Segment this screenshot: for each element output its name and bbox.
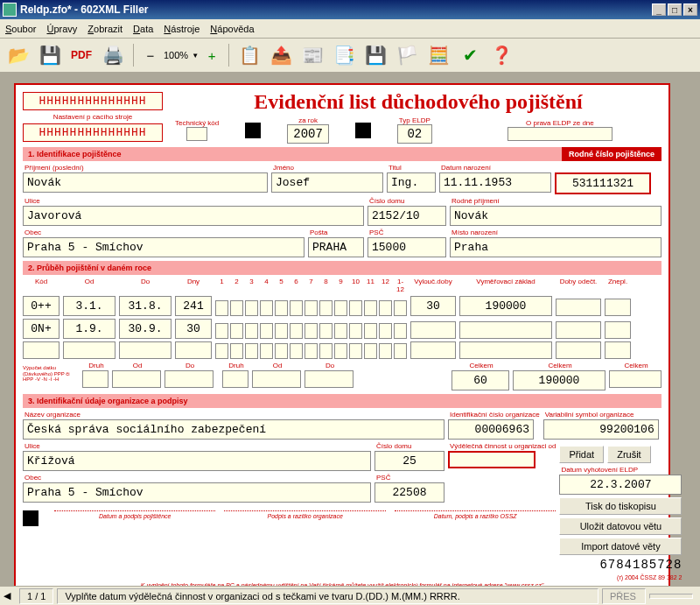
validate-icon[interactable]: 📋 bbox=[236, 42, 262, 68]
form-icon[interactable]: 📰 bbox=[299, 42, 326, 68]
rok-input[interactable]: 2007 bbox=[287, 124, 329, 144]
open-icon[interactable]: 📂 bbox=[5, 42, 32, 68]
ulice-input[interactable]: Javorová bbox=[23, 206, 364, 226]
misto-input[interactable]: Praha bbox=[450, 237, 662, 257]
month-box[interactable] bbox=[319, 343, 332, 359]
zaklad-input[interactable]: 190000 bbox=[459, 296, 552, 316]
month-box[interactable] bbox=[364, 323, 377, 339]
zoom-in-icon[interactable]: + bbox=[202, 46, 221, 65]
month-box[interactable] bbox=[379, 343, 392, 359]
nazev-input[interactable]: Česká správa sociálního zabezpečení bbox=[23, 419, 444, 440]
month-box[interactable] bbox=[394, 323, 407, 339]
month-box[interactable] bbox=[364, 300, 377, 316]
maximize-button[interactable]: □ bbox=[668, 4, 682, 16]
druh-input[interactable] bbox=[82, 370, 108, 388]
month-box[interactable] bbox=[349, 343, 362, 359]
do2-input[interactable] bbox=[164, 370, 214, 388]
month-box[interactable] bbox=[319, 300, 332, 316]
druh2-input[interactable] bbox=[222, 370, 248, 388]
month-box[interactable] bbox=[245, 323, 258, 339]
menu-data[interactable]: Data bbox=[133, 24, 153, 34]
psc3-input[interactable]: 22508 bbox=[374, 482, 444, 503]
od-input[interactable] bbox=[63, 341, 116, 359]
help-icon[interactable]: ❓ bbox=[488, 42, 514, 68]
zoom-value[interactable]: 100% bbox=[164, 50, 188, 60]
month-box[interactable] bbox=[290, 300, 303, 316]
month-box[interactable] bbox=[215, 300, 228, 316]
minimize-button[interactable]: _ bbox=[652, 4, 666, 16]
print-icon[interactable]: 🖨️ bbox=[100, 42, 126, 68]
posta-input[interactable]: PRAHA bbox=[308, 237, 364, 257]
month-box[interactable] bbox=[275, 300, 288, 316]
month-box[interactable] bbox=[349, 323, 362, 339]
month-box[interactable] bbox=[304, 300, 318, 316]
od3-input[interactable] bbox=[252, 370, 301, 388]
detail-icon[interactable]: 📑 bbox=[331, 42, 357, 68]
month-box[interactable] bbox=[275, 323, 288, 339]
month-box[interactable] bbox=[394, 343, 407, 359]
odect-input[interactable] bbox=[556, 321, 601, 339]
save-icon[interactable]: 💾 bbox=[37, 42, 63, 68]
cislo3-input[interactable]: 25 bbox=[374, 451, 444, 471]
flag-icon[interactable]: 🏳️ bbox=[394, 42, 420, 68]
od-input[interactable]: 3.1. bbox=[63, 296, 116, 316]
kod-input[interactable]: 0++ bbox=[23, 296, 60, 316]
zaklad-input[interactable] bbox=[459, 321, 552, 339]
odect-input[interactable] bbox=[556, 299, 601, 316]
savedata-icon[interactable]: 💾 bbox=[362, 42, 388, 68]
vs-input[interactable]: 99200106 bbox=[543, 419, 659, 440]
month-box[interactable] bbox=[230, 343, 243, 359]
dny-input[interactable]: 241 bbox=[175, 296, 212, 316]
do-input[interactable]: 30.9. bbox=[119, 319, 172, 339]
oprava-input[interactable] bbox=[508, 127, 612, 141]
do-input[interactable] bbox=[119, 341, 172, 359]
menu-soubor[interactable]: Soubor bbox=[5, 24, 36, 34]
znepl-input[interactable] bbox=[605, 321, 631, 339]
month-box[interactable] bbox=[379, 300, 392, 316]
celkem-vyl[interactable]: 60 bbox=[452, 370, 509, 390]
znepl-input[interactable] bbox=[605, 299, 631, 316]
month-box[interactable] bbox=[215, 343, 228, 359]
od2-input[interactable] bbox=[112, 370, 161, 388]
zrusit-button[interactable]: Zrušit bbox=[607, 446, 651, 463]
menu-zobrazit[interactable]: Zobrazit bbox=[88, 24, 122, 34]
header-code2[interactable]: HHHHHHHHHHHHHH bbox=[23, 123, 163, 142]
narozeni-input[interactable]: 11.11.1953 bbox=[439, 172, 551, 193]
obec3-input[interactable]: Praha 5 - Smíchov bbox=[23, 482, 371, 503]
jmeno-input[interactable]: Josef bbox=[271, 172, 383, 193]
obec-input[interactable]: Praha 5 - Smíchov bbox=[23, 237, 304, 257]
month-box[interactable] bbox=[334, 300, 347, 316]
month-box[interactable] bbox=[334, 323, 347, 339]
month-box[interactable] bbox=[230, 323, 243, 339]
kod-input[interactable] bbox=[23, 341, 60, 359]
month-box[interactable] bbox=[260, 300, 273, 316]
titul-input[interactable]: Ing. bbox=[387, 172, 436, 193]
prijmeni-input[interactable]: Novák bbox=[23, 172, 268, 193]
month-box[interactable] bbox=[364, 343, 377, 359]
menu-upravy[interactable]: Úpravy bbox=[46, 24, 77, 34]
tech-input[interactable] bbox=[186, 127, 207, 141]
dny-input[interactable] bbox=[175, 341, 212, 359]
month-box[interactable] bbox=[394, 300, 407, 316]
kod-input[interactable]: 0N+ bbox=[23, 319, 60, 339]
rc-input[interactable]: 531111321 bbox=[555, 172, 651, 194]
month-box[interactable] bbox=[334, 343, 347, 359]
check-icon[interactable]: ✔ bbox=[457, 42, 483, 68]
celkem-odect[interactable] bbox=[609, 370, 662, 388]
workarea[interactable]: HHHHHHHHHHHHHH Nastavení p cacího stroje… bbox=[0, 73, 700, 598]
ic-input[interactable]: 00006963 bbox=[448, 419, 534, 440]
vyl-input[interactable] bbox=[410, 321, 456, 339]
odect-input[interactable] bbox=[556, 341, 601, 359]
month-box[interactable] bbox=[245, 343, 258, 359]
tisk-button[interactable]: Tisk do tiskopisu bbox=[559, 497, 682, 515]
pridat-button[interactable]: Přidat bbox=[559, 446, 604, 463]
ulozit-button[interactable]: Uložit datovou větu bbox=[559, 517, 682, 535]
header-code1[interactable]: HHHHHHHHHHHHHH bbox=[23, 92, 163, 110]
calc-icon[interactable]: 🧮 bbox=[425, 42, 452, 68]
month-box[interactable] bbox=[379, 323, 392, 339]
vydel-input[interactable] bbox=[448, 451, 536, 468]
month-box[interactable] bbox=[230, 300, 243, 316]
month-box[interactable] bbox=[304, 343, 318, 359]
typ-input[interactable]: 02 bbox=[397, 124, 432, 144]
month-box[interactable] bbox=[349, 300, 362, 316]
